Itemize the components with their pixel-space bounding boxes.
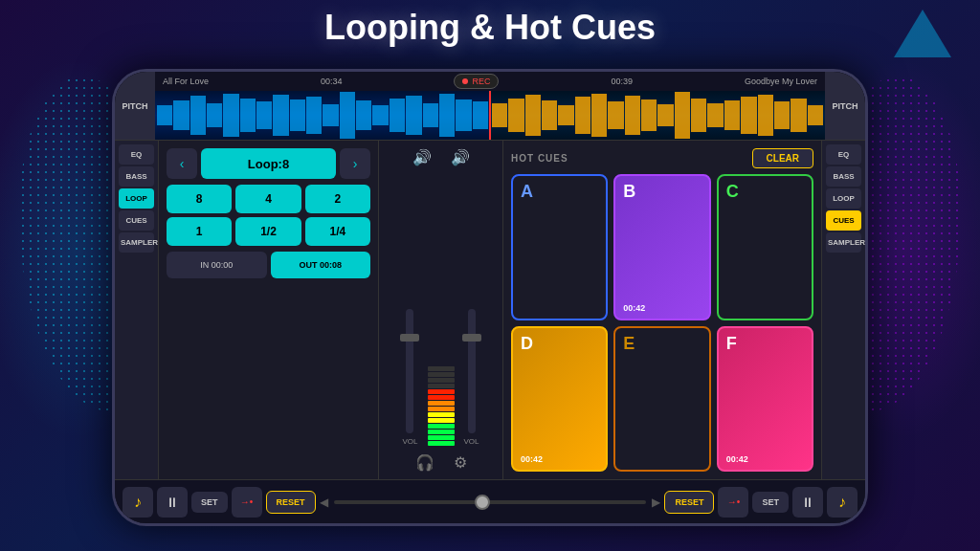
- right-vol-label: VOL: [464, 437, 479, 446]
- cue-btn-e[interactable]: E: [613, 326, 710, 473]
- pitch-prev-icon[interactable]: ◀: [320, 496, 328, 509]
- main-controls: EQ BASS LOOP CUES SAMPLER ‹ Loop:8 › 8 4…: [115, 141, 865, 479]
- waveform-right[interactable]: [490, 91, 825, 140]
- left-track-name: All For Love: [163, 77, 209, 86]
- eq-left-btn[interactable]: EQ: [119, 144, 154, 165]
- left-vol-label: VOL: [402, 437, 417, 446]
- rec-dot: [462, 78, 468, 84]
- pitch-slider-thumb[interactable]: [475, 495, 490, 510]
- clear-button[interactable]: CLEAR: [752, 148, 813, 168]
- right-fader-handle[interactable]: [462, 334, 481, 342]
- mixer-faders: VOL: [402, 174, 479, 446]
- waveform-needle: [489, 91, 491, 140]
- cue-btn-b[interactable]: B 00:42: [613, 174, 710, 320]
- speaker-left-icon: 🔊: [412, 148, 432, 166]
- cue-btn-d[interactable]: D 00:42: [511, 326, 608, 473]
- loop-num-4[interactable]: 4: [235, 185, 301, 213]
- loop-out-btn[interactable]: OUT 00:08: [271, 252, 371, 278]
- pitch-right-btn[interactable]: PITCH: [825, 72, 865, 140]
- left-track-time: 00:34: [321, 77, 343, 86]
- bg-triangle: [894, 10, 951, 57]
- loop-left-btn[interactable]: LOOP: [119, 188, 154, 209]
- loop-in-btn[interactable]: IN 00:00: [167, 252, 267, 278]
- cue-time-d: 00:42: [521, 454, 543, 464]
- pause-left-btn[interactable]: ⏸: [157, 487, 188, 518]
- cues-left-btn[interactable]: CUES: [119, 210, 154, 231]
- pause-right-btn[interactable]: ⏸: [792, 487, 823, 518]
- loop-next-btn[interactable]: ›: [340, 148, 370, 179]
- page-title: Looping & Hot Cues: [324, 8, 656, 48]
- hot-cues-panel: HOT CUES CLEAR A B 00:42 C: [503, 141, 821, 479]
- pitch-slider-track[interactable]: [334, 500, 647, 504]
- set-right-btn[interactable]: SET: [752, 492, 789, 513]
- loop-panel: ‹ Loop:8 › 8 4 2 1 1/2 1/4 IN 00:00 OUT …: [159, 141, 379, 479]
- cue-time-f: 00:42: [726, 454, 748, 464]
- loop-prev-btn[interactable]: ‹: [167, 148, 197, 179]
- cue-btn-c[interactable]: C: [717, 174, 813, 320]
- loop-top: ‹ Loop:8 ›: [167, 148, 370, 179]
- mixer-panel: 🔊 🔊 VOL: [379, 141, 503, 479]
- hot-cues-header: HOT CUES CLEAR: [511, 148, 813, 168]
- waveform-area: PITCH All For Love 00:34 REC 00:39 Goodb…: [115, 72, 865, 141]
- left-panel: EQ BASS LOOP CUES SAMPLER: [115, 141, 159, 479]
- speaker-right-icon: 🔊: [451, 148, 470, 166]
- cue-label-a: A: [521, 182, 533, 202]
- loop-num-2[interactable]: 2: [305, 185, 370, 213]
- cue-arrow-right-btn[interactable]: →•: [718, 487, 748, 518]
- mixer-bottom-icons: 🎧 ⚙: [415, 453, 467, 472]
- right-track-time: 00:39: [611, 77, 633, 86]
- music-left-btn[interactable]: ♪: [122, 487, 153, 518]
- right-fader-track[interactable]: [468, 309, 476, 433]
- cue-arrow-left-btn[interactable]: →•: [232, 487, 262, 518]
- vu-meter: [428, 321, 455, 446]
- sampler-left-btn[interactable]: SAMPLER: [119, 232, 154, 253]
- bass-left-btn[interactable]: BASS: [119, 166, 154, 187]
- transport-bar: ♪ ⏸ SET →• RESET ◀ ▶ RESET →• SET ⏸ ♪: [115, 479, 865, 523]
- cue-time-b: 00:42: [623, 303, 645, 313]
- left-fader-group: VOL: [402, 309, 417, 446]
- mixer-icons-top: 🔊 🔊: [412, 148, 470, 166]
- waveform-left[interactable]: [155, 91, 490, 140]
- loop-num-half[interactable]: 1/2: [235, 217, 301, 246]
- left-fader-track[interactable]: [406, 309, 413, 433]
- pitch-left-btn[interactable]: PITCH: [115, 72, 155, 140]
- loop-num-8[interactable]: 8: [167, 185, 232, 213]
- cue-grid: A B 00:42 C D 00:42: [511, 174, 813, 472]
- loop-num-1[interactable]: 1: [167, 217, 232, 246]
- waveform-bars-left: [155, 91, 490, 140]
- bass-right-btn[interactable]: BASS: [826, 166, 861, 187]
- cue-label-e: E: [623, 334, 635, 354]
- cue-label-c: C: [726, 182, 739, 202]
- cue-label-d: D: [521, 334, 533, 354]
- loop-grid: 8 4 2 1 1/2 1/4: [167, 185, 370, 246]
- right-panel: EQ BASS LOOP CUES SAMPLER: [821, 141, 865, 479]
- hot-cues-title: HOT CUES: [511, 153, 568, 164]
- set-left-btn[interactable]: SET: [191, 492, 228, 513]
- loop-right-btn[interactable]: LOOP: [826, 188, 861, 209]
- rec-button[interactable]: REC: [454, 74, 499, 89]
- loop-display: Loop:8: [201, 148, 336, 179]
- reset-left-btn[interactable]: RESET: [266, 491, 316, 514]
- right-fader-group: VOL: [464, 309, 479, 446]
- eq-right-btn[interactable]: EQ: [826, 144, 861, 165]
- loop-in-out: IN 00:00 OUT 00:08: [167, 252, 370, 278]
- waveform-center: All For Love 00:34 REC 00:39 Goodbye My …: [155, 72, 825, 140]
- pitch-slider-area: ◀ ▶: [320, 496, 661, 509]
- cue-label-f: F: [726, 334, 737, 354]
- reset-right-btn[interactable]: RESET: [664, 491, 714, 514]
- cue-btn-f[interactable]: F 00:42: [717, 326, 813, 473]
- left-fader-handle[interactable]: [400, 334, 419, 342]
- settings-icon[interactable]: ⚙: [454, 453, 467, 472]
- cues-right-btn[interactable]: CUES: [826, 210, 861, 231]
- track-info-row: All For Love 00:34 REC 00:39 Goodbye My …: [155, 72, 825, 91]
- music-right-btn[interactable]: ♪: [827, 487, 858, 518]
- phone-frame: PITCH All For Love 00:34 REC 00:39 Goodb…: [112, 69, 868, 526]
- cue-btn-a[interactable]: A: [511, 174, 608, 320]
- headphones-icon[interactable]: 🎧: [415, 453, 434, 472]
- loop-num-quarter[interactable]: 1/4: [305, 217, 370, 246]
- right-track-name: Goodbye My Lover: [745, 77, 817, 86]
- pitch-next-icon[interactable]: ▶: [652, 496, 660, 509]
- sampler-right-btn[interactable]: SAMPLER: [826, 232, 861, 253]
- waveform-bars-right: [490, 91, 825, 140]
- dj-interface: PITCH All For Love 00:34 REC 00:39 Goodb…: [115, 72, 865, 523]
